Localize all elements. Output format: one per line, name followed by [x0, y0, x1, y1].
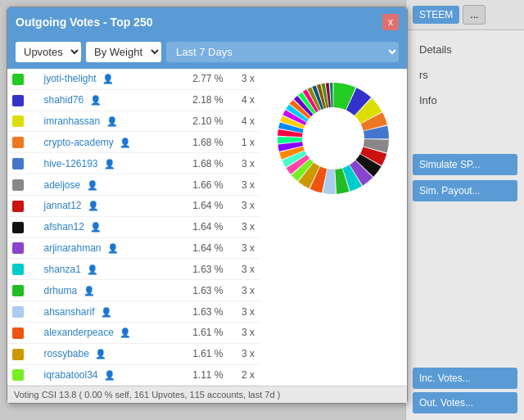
- color-indicator: [12, 179, 24, 191]
- username[interactable]: drhuma: [43, 285, 77, 296]
- color-cell: [7, 343, 38, 364]
- color-indicator: [12, 137, 24, 148]
- sidebar-top: STEEM ...: [406, 0, 524, 30]
- username[interactable]: crypto-academy: [43, 137, 113, 148]
- color-indicator: [12, 369, 24, 381]
- count-cell: 3 x: [228, 153, 260, 174]
- username[interactable]: afshan12: [43, 221, 84, 233]
- color-indicator: [12, 115, 24, 127]
- user-cell: crypto-academy 👤: [38, 132, 172, 153]
- sidebar-item-details[interactable]: Details: [406, 37, 524, 62]
- simulate-sp-button[interactable]: Simulate SP...: [413, 154, 517, 175]
- votes-table: jyoti-thelight 👤 2.77 % 3 x shahid76 👤 2…: [7, 69, 260, 386]
- user-icon: 👤: [120, 138, 131, 147]
- percent-cell: 1.63 %: [173, 259, 228, 280]
- username[interactable]: arjinarahman: [43, 242, 101, 254]
- dialog-toolbar: Upvotes By Weight Last 7 Days: [7, 37, 407, 69]
- username[interactable]: alexanderpeace: [43, 327, 113, 338]
- count-cell: 4 x: [228, 111, 260, 132]
- count-cell: 3 x: [228, 322, 260, 343]
- user-cell: shanza1 👤: [38, 259, 172, 280]
- dialog-title: Outgoing Votes - Top 250: [16, 16, 152, 29]
- count-cell: 3 x: [228, 259, 260, 280]
- color-cell: [7, 69, 38, 89]
- color-cell: [7, 322, 38, 343]
- table-row: jannat12 👤 1.64 % 3 x: [7, 195, 260, 216]
- user-cell: iqrabatool34 👤: [38, 364, 172, 386]
- dialog-content: jyoti-thelight 👤 2.77 % 3 x shahid76 👤 2…: [7, 69, 407, 386]
- count-cell: 3 x: [228, 237, 260, 259]
- count-cell: 3 x: [228, 174, 260, 196]
- sidebar-bottom-buttons: Inc. Votes... Out. Votes...: [406, 368, 524, 413]
- color-cell: [7, 216, 38, 237]
- user-cell: ahsansharif 👤: [38, 301, 172, 323]
- color-cell: [7, 89, 38, 111]
- table-row: shanza1 👤 1.63 % 3 x: [7, 259, 260, 280]
- color-indicator: [12, 285, 24, 296]
- sidebar-menu: Details rs Info: [406, 30, 524, 120]
- count-cell: 3 x: [228, 216, 260, 237]
- color-indicator: [12, 95, 24, 106]
- username[interactable]: shanza1: [43, 264, 80, 275]
- sidebar-item-rs[interactable]: rs: [406, 62, 524, 88]
- color-cell: [7, 174, 38, 196]
- color-indicator: [12, 74, 24, 85]
- username[interactable]: ahsansharif: [43, 306, 94, 318]
- count-cell: 1 x: [228, 132, 260, 153]
- username[interactable]: jannat12: [43, 200, 81, 211]
- filter-type-select[interactable]: Upvotes: [16, 42, 81, 62]
- color-cell: [7, 259, 38, 280]
- percent-cell: 1.64 %: [173, 195, 228, 216]
- color-indicator: [12, 349, 24, 360]
- dots-button[interactable]: ...: [463, 5, 486, 25]
- filter-weight-select[interactable]: By Weight: [86, 42, 161, 62]
- username[interactable]: iqrabatool34: [43, 369, 97, 381]
- user-cell: arjinarahman 👤: [38, 237, 172, 259]
- username[interactable]: jyoti-thelight: [43, 73, 96, 84]
- percent-cell: 1.61 %: [173, 322, 228, 343]
- inc-votes-button[interactable]: Inc. Votes...: [413, 368, 517, 389]
- count-cell: 3 x: [228, 69, 260, 89]
- close-button[interactable]: x: [382, 14, 399, 30]
- percent-cell: 1.61 %: [173, 343, 228, 364]
- user-icon: 👤: [104, 159, 115, 169]
- color-cell: [7, 153, 38, 174]
- color-cell: [7, 111, 38, 132]
- sidebar: STEEM ... Details rs Info Simulate SP...…: [405, 0, 524, 420]
- percent-cell: 1.66 %: [173, 174, 228, 196]
- user-icon: 👤: [95, 349, 106, 359]
- count-cell: 3 x: [228, 280, 260, 301]
- steem-button[interactable]: STEEM: [413, 6, 459, 24]
- table-row: shahid76 👤 2.18 % 4 x: [7, 89, 260, 111]
- table-row: alexanderpeace 👤 1.61 % 3 x: [7, 322, 260, 343]
- user-icon: 👤: [120, 327, 131, 337]
- user-icon: 👤: [106, 116, 118, 126]
- percent-cell: 1.64 %: [173, 237, 228, 259]
- votes-list: jyoti-thelight 👤 2.77 % 3 x shahid76 👤 2…: [7, 69, 260, 386]
- username[interactable]: adeljose: [43, 179, 80, 191]
- user-icon: 👤: [102, 74, 114, 84]
- count-cell: 4 x: [228, 89, 260, 111]
- count-cell: 3 x: [228, 301, 260, 323]
- percent-cell: 1.11 %: [173, 364, 228, 386]
- table-row: jyoti-thelight 👤 2.77 % 3 x: [7, 69, 260, 89]
- percent-cell: 2.77 %: [173, 69, 228, 89]
- table-row: imranhassan 👤 2.10 % 4 x: [7, 111, 260, 132]
- color-indicator: [12, 306, 24, 318]
- username[interactable]: rossybabe: [43, 348, 88, 359]
- user-cell: drhuma 👤: [38, 280, 172, 301]
- username[interactable]: imranhassan: [43, 115, 100, 127]
- username[interactable]: hive-126193: [43, 158, 97, 169]
- out-votes-button[interactable]: Out. Votes...: [413, 392, 517, 413]
- username[interactable]: shahid76: [43, 94, 84, 106]
- table-row: crypto-academy 👤 1.68 % 1 x: [7, 132, 260, 153]
- user-icon: 👤: [107, 243, 119, 253]
- sidebar-item-info[interactable]: Info: [406, 88, 524, 113]
- percent-cell: 2.18 %: [173, 89, 228, 111]
- percent-cell: 1.63 %: [173, 301, 228, 323]
- filter-period-select[interactable]: Last 7 Days: [166, 42, 399, 62]
- user-icon: 👤: [88, 201, 99, 210]
- sim-payout-button[interactable]: Sim. Payout...: [413, 180, 517, 201]
- user-cell: shahid76 👤: [38, 89, 172, 111]
- status-text: Voting CSI 13.8 ( 0.00 % self, 161 Upvot…: [14, 390, 280, 400]
